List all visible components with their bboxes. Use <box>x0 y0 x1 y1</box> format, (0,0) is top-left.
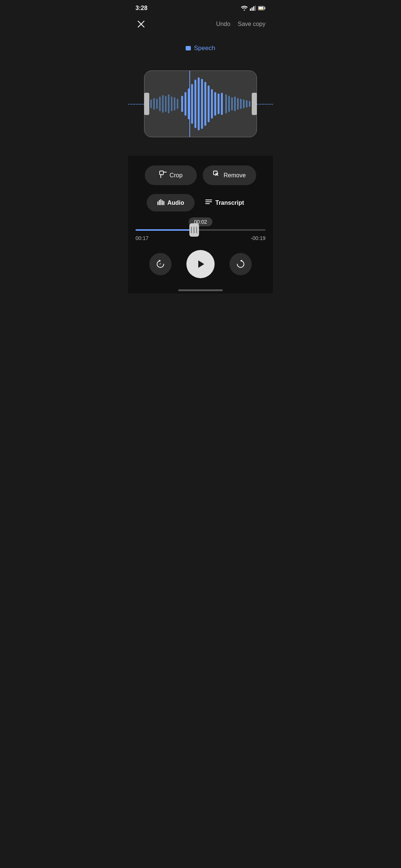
svg-rect-20 <box>177 99 178 109</box>
wifi-icon <box>241 6 248 11</box>
rewind-icon: ↺ <box>156 259 165 269</box>
svg-rect-39 <box>240 99 242 109</box>
svg-rect-1 <box>252 7 253 11</box>
tab-transcript-label: Transcript <box>215 200 244 206</box>
tab-transcript[interactable]: Transcript <box>195 194 254 211</box>
svg-rect-40 <box>243 99 244 108</box>
svg-rect-14 <box>159 96 161 111</box>
crop-handle-left[interactable] <box>144 93 149 115</box>
play-button[interactable] <box>186 250 215 278</box>
svg-rect-3 <box>255 6 256 11</box>
timeline-area: 00:02 00:17 -00:19 <box>128 217 273 246</box>
svg-rect-53 <box>162 200 163 205</box>
scrubber-handle[interactable] <box>189 223 199 237</box>
audio-icon <box>157 198 164 207</box>
forward-button[interactable] <box>229 253 252 275</box>
crop-button[interactable]: Crop <box>145 165 197 185</box>
forward-icon <box>236 259 245 269</box>
battery-icon: ⚡ <box>258 6 265 10</box>
svg-rect-34 <box>225 94 227 113</box>
tab-bar: Audio Transcript <box>128 191 273 217</box>
time-labels: 00:17 -00:19 <box>136 233 265 246</box>
playhead <box>189 71 190 137</box>
svg-text:↺: ↺ <box>159 263 161 265</box>
svg-rect-2 <box>253 6 254 11</box>
waveform-area[interactable] <box>128 67 273 141</box>
tab-audio[interactable]: Audio <box>147 194 195 211</box>
scrubber-track[interactable] <box>136 229 265 231</box>
svg-rect-13 <box>156 99 158 109</box>
remove-button[interactable]: Remove <box>203 165 256 185</box>
signal-icon <box>250 6 256 11</box>
svg-rect-52 <box>160 199 162 205</box>
rewind-button[interactable]: ↺ <box>149 253 172 275</box>
close-icon <box>137 20 145 28</box>
home-bar <box>178 289 223 291</box>
svg-marker-58 <box>159 260 160 262</box>
transcript-icon <box>205 198 212 207</box>
svg-rect-30 <box>211 89 213 118</box>
speech-label: Speech <box>186 45 215 52</box>
svg-rect-27 <box>201 79 203 129</box>
svg-rect-15 <box>162 95 163 112</box>
waveform-svg <box>144 71 257 137</box>
save-copy-button[interactable]: Save copy <box>238 21 265 27</box>
waveform-line-left <box>128 104 144 105</box>
svg-rect-32 <box>218 93 219 114</box>
svg-rect-19 <box>174 97 175 111</box>
top-actions: Undo Save copy <box>216 21 265 27</box>
svg-rect-22 <box>185 92 186 115</box>
top-bar: Undo Save copy <box>128 15 273 33</box>
svg-rect-17 <box>168 94 169 113</box>
svg-rect-41 <box>246 100 247 108</box>
svg-rect-18 <box>171 96 172 111</box>
play-icon <box>195 259 206 269</box>
svg-rect-0 <box>250 9 251 11</box>
remove-icon <box>213 171 221 180</box>
svg-rect-31 <box>214 92 216 115</box>
svg-rect-54 <box>163 201 164 205</box>
start-time: 00:17 <box>136 235 149 241</box>
svg-rect-35 <box>228 96 230 112</box>
svg-rect-42 <box>249 101 250 107</box>
svg-rect-44 <box>160 171 163 175</box>
svg-rect-5 <box>265 7 265 9</box>
scrubber-handle-lines <box>191 227 197 233</box>
svg-rect-37 <box>234 96 236 111</box>
svg-rect-24 <box>191 84 193 124</box>
action-buttons: Crop Remove <box>128 162 273 191</box>
svg-rect-12 <box>153 98 155 110</box>
home-indicator <box>128 286 273 293</box>
svg-rect-33 <box>221 93 223 115</box>
crop-handle-right[interactable] <box>252 93 257 115</box>
svg-rect-26 <box>198 78 200 130</box>
crop-label: Crop <box>170 172 183 179</box>
undo-button[interactable]: Undo <box>216 21 230 27</box>
svg-rect-28 <box>204 82 206 126</box>
tab-audio-label: Audio <box>167 200 184 206</box>
svg-rect-16 <box>165 96 166 112</box>
end-time: -00:19 <box>251 235 265 241</box>
svg-rect-21 <box>181 96 183 112</box>
status-icons: ⚡ <box>241 6 265 11</box>
main-content: Speech <box>128 33 273 156</box>
crop-icon <box>159 171 167 180</box>
svg-rect-36 <box>231 97 233 111</box>
close-button[interactable] <box>136 19 147 30</box>
playback-controls: ↺ <box>128 246 273 286</box>
status-bar: 3:28 ⚡ <box>128 0 273 15</box>
speech-dot-icon <box>186 46 191 50</box>
svg-rect-25 <box>195 80 196 128</box>
scrubber-fill <box>136 229 197 231</box>
status-time: 3:28 <box>136 5 147 11</box>
svg-text:⚡: ⚡ <box>260 7 263 10</box>
svg-rect-38 <box>237 98 239 110</box>
controls-area: Crop Remove <box>128 156 273 293</box>
svg-marker-61 <box>241 260 242 262</box>
svg-rect-11 <box>150 99 152 108</box>
waveform-line-right <box>257 104 273 105</box>
svg-rect-50 <box>157 201 159 205</box>
svg-rect-51 <box>159 200 160 205</box>
svg-marker-60 <box>198 260 204 268</box>
waveform-box <box>144 70 257 137</box>
